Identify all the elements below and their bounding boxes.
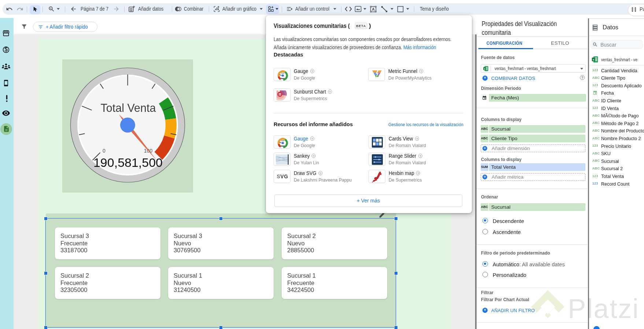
svg-text:190,581,500: 190,581,500 bbox=[93, 156, 163, 169]
svg-text:A: A bbox=[372, 7, 375, 11]
svg-text:Total Venta: Total Venta bbox=[101, 102, 156, 114]
svg-text:0: 0 bbox=[103, 148, 106, 154]
svg-text:Platzi: Platzi bbox=[568, 293, 639, 324]
svg-text:x: x bbox=[484, 67, 485, 70]
svg-text:x: x bbox=[593, 58, 595, 61]
